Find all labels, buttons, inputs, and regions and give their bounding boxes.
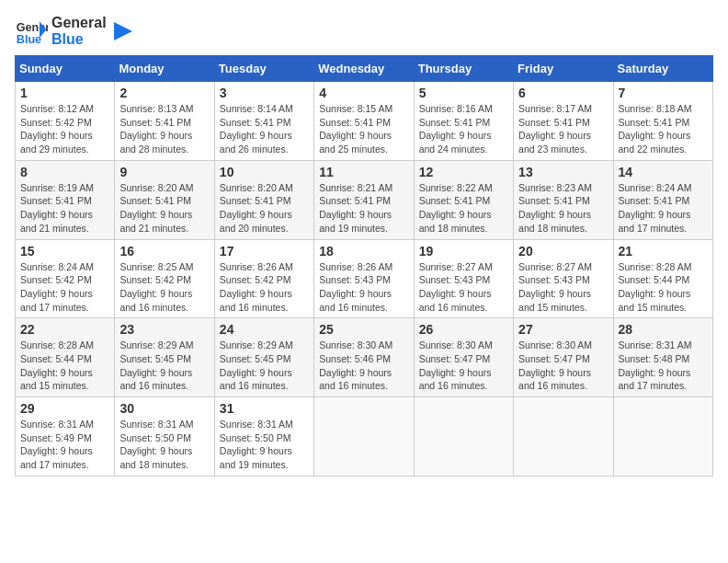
weekday-header-thursday: Thursday [414,56,513,82]
calendar-cell: 5 Sunrise: 8:16 AMSunset: 5:41 PMDayligh… [414,82,513,161]
calendar-cell: 27 Sunrise: 8:30 AMSunset: 5:47 PMDaylig… [514,318,613,397]
day-number: 8 [20,165,109,179]
day-number: 17 [220,244,309,259]
day-number: 30 [119,401,209,416]
day-detail: Sunrise: 8:30 AMSunset: 5:47 PMDaylight:… [419,339,493,391]
day-detail: Sunrise: 8:29 AMSunset: 5:45 PMDaylight:… [220,339,293,391]
day-detail: Sunrise: 8:31 AMSunset: 5:50 PMDaylight:… [220,419,293,470]
calendar-cell: 17 Sunrise: 8:26 AMSunset: 5:42 PMDaylig… [214,239,313,318]
calendar-header-row: SundayMondayTuesdayWednesdayThursdayFrid… [16,56,713,82]
weekday-header-monday: Monday [115,56,214,82]
weekday-header-saturday: Saturday [613,56,712,82]
calendar-cell: 12 Sunrise: 8:22 AMSunset: 5:41 PMDaylig… [414,160,513,239]
day-detail: Sunrise: 8:27 AMSunset: 5:43 PMDaylight:… [419,261,493,313]
calendar-body: 1 Sunrise: 8:12 AMSunset: 5:42 PMDayligh… [16,82,713,477]
calendar-cell: 26 Sunrise: 8:30 AMSunset: 5:47 PMDaylig… [414,318,513,397]
calendar-table: SundayMondayTuesdayWednesdayThursdayFrid… [15,55,713,477]
day-detail: Sunrise: 8:26 AMSunset: 5:43 PMDaylight:… [319,261,392,313]
day-number: 9 [119,165,209,179]
header: General Blue General Blue [15,15,713,48]
calendar-week-4: 22 Sunrise: 8:28 AMSunset: 5:44 PMDaylig… [16,318,713,397]
logo-general: General [51,15,107,31]
calendar-cell: 18 Sunrise: 8:26 AMSunset: 5:43 PMDaylig… [314,239,414,318]
weekday-header-friday: Friday [514,56,613,82]
calendar-cell: 15 Sunrise: 8:24 AMSunset: 5:42 PMDaylig… [16,239,115,318]
day-detail: Sunrise: 8:20 AMSunset: 5:41 PMDaylight:… [119,182,193,234]
calendar-cell: 1 Sunrise: 8:12 AMSunset: 5:42 PMDayligh… [16,82,115,161]
calendar-cell: 20 Sunrise: 8:27 AMSunset: 5:43 PMDaylig… [514,239,613,318]
calendar-cell: 25 Sunrise: 8:30 AMSunset: 5:46 PMDaylig… [314,318,414,397]
calendar-cell: 6 Sunrise: 8:17 AMSunset: 5:41 PMDayligh… [514,82,613,161]
day-number: 4 [319,86,408,100]
calendar-cell: 14 Sunrise: 8:24 AMSunset: 5:41 PMDaylig… [613,160,712,239]
day-number: 7 [619,86,708,100]
calendar-cell: 24 Sunrise: 8:29 AMSunset: 5:45 PMDaylig… [214,318,313,397]
calendar-cell: 13 Sunrise: 8:23 AMSunset: 5:41 PMDaylig… [514,160,613,239]
calendar-cell: 21 Sunrise: 8:28 AMSunset: 5:44 PMDaylig… [613,239,712,318]
day-number: 26 [419,322,508,337]
day-detail: Sunrise: 8:21 AMSunset: 5:41 PMDaylight:… [319,182,392,234]
calendar-cell: 4 Sunrise: 8:15 AMSunset: 5:41 PMDayligh… [314,82,414,161]
calendar-cell: 7 Sunrise: 8:18 AMSunset: 5:41 PMDayligh… [613,82,712,161]
day-number: 11 [319,165,408,179]
day-detail: Sunrise: 8:13 AMSunset: 5:41 PMDaylight:… [119,103,193,155]
day-number: 13 [518,165,608,179]
calendar-cell [414,397,513,477]
day-detail: Sunrise: 8:18 AMSunset: 5:41 PMDaylight:… [619,103,692,155]
calendar-cell: 9 Sunrise: 8:20 AMSunset: 5:41 PMDayligh… [115,160,214,239]
day-number: 25 [319,322,408,337]
day-number: 15 [20,244,109,259]
day-number: 27 [518,322,608,337]
day-detail: Sunrise: 8:24 AMSunset: 5:42 PMDaylight:… [20,261,94,313]
day-detail: Sunrise: 8:19 AMSunset: 5:41 PMDaylight:… [20,182,94,234]
day-detail: Sunrise: 8:15 AMSunset: 5:41 PMDaylight:… [319,103,392,155]
day-detail: Sunrise: 8:30 AMSunset: 5:46 PMDaylight:… [319,339,392,391]
day-number: 6 [518,86,608,100]
weekday-header-tuesday: Tuesday [214,56,313,82]
day-detail: Sunrise: 8:28 AMSunset: 5:44 PMDaylight:… [20,339,94,391]
calendar-cell [514,397,613,477]
logo-blue: Blue [51,31,107,48]
day-detail: Sunrise: 8:17 AMSunset: 5:41 PMDaylight:… [518,103,592,155]
calendar-cell: 28 Sunrise: 8:31 AMSunset: 5:48 PMDaylig… [613,318,712,397]
weekday-header-wednesday: Wednesday [314,56,414,82]
calendar-cell: 2 Sunrise: 8:13 AMSunset: 5:41 PMDayligh… [115,82,214,161]
calendar-week-1: 1 Sunrise: 8:12 AMSunset: 5:42 PMDayligh… [16,82,713,161]
logo-arrow-icon [110,18,136,44]
calendar-cell [613,397,712,477]
svg-text:Blue: Blue [17,33,41,46]
day-detail: Sunrise: 8:31 AMSunset: 5:48 PMDaylight:… [619,339,692,391]
calendar-week-3: 15 Sunrise: 8:24 AMSunset: 5:42 PMDaylig… [16,239,713,318]
calendar-cell: 3 Sunrise: 8:14 AMSunset: 5:41 PMDayligh… [214,82,313,161]
day-number: 20 [518,244,608,259]
calendar-cell: 8 Sunrise: 8:19 AMSunset: 5:41 PMDayligh… [16,160,115,239]
day-detail: Sunrise: 8:23 AMSunset: 5:41 PMDaylight:… [518,182,592,234]
day-detail: Sunrise: 8:16 AMSunset: 5:41 PMDaylight:… [419,103,493,155]
day-detail: Sunrise: 8:28 AMSunset: 5:44 PMDaylight:… [619,261,692,313]
day-number: 2 [119,86,209,100]
day-number: 19 [419,244,508,259]
day-detail: Sunrise: 8:30 AMSunset: 5:47 PMDaylight:… [518,339,592,391]
calendar-cell: 31 Sunrise: 8:31 AMSunset: 5:50 PMDaylig… [214,397,313,477]
day-detail: Sunrise: 8:12 AMSunset: 5:42 PMDaylight:… [20,103,94,155]
day-number: 31 [220,401,309,416]
day-detail: Sunrise: 8:22 AMSunset: 5:41 PMDaylight:… [419,182,493,234]
logo-icon: General Blue [15,15,48,48]
day-detail: Sunrise: 8:31 AMSunset: 5:50 PMDaylight:… [119,419,193,470]
day-number: 10 [220,165,309,179]
day-number: 14 [619,165,708,179]
calendar-cell [314,397,414,477]
day-number: 1 [20,86,109,100]
day-number: 21 [619,244,708,259]
day-number: 16 [119,244,209,259]
day-number: 28 [619,322,708,337]
day-number: 12 [419,165,508,179]
day-detail: Sunrise: 8:14 AMSunset: 5:41 PMDaylight:… [220,103,293,155]
day-detail: Sunrise: 8:25 AMSunset: 5:42 PMDaylight:… [119,261,193,313]
calendar-cell: 29 Sunrise: 8:31 AMSunset: 5:49 PMDaylig… [16,397,115,477]
weekday-header-sunday: Sunday [16,56,115,82]
calendar-week-5: 29 Sunrise: 8:31 AMSunset: 5:49 PMDaylig… [16,397,713,477]
calendar-cell: 10 Sunrise: 8:20 AMSunset: 5:41 PMDaylig… [214,160,313,239]
calendar-week-2: 8 Sunrise: 8:19 AMSunset: 5:41 PMDayligh… [16,160,713,239]
calendar-cell: 22 Sunrise: 8:28 AMSunset: 5:44 PMDaylig… [16,318,115,397]
